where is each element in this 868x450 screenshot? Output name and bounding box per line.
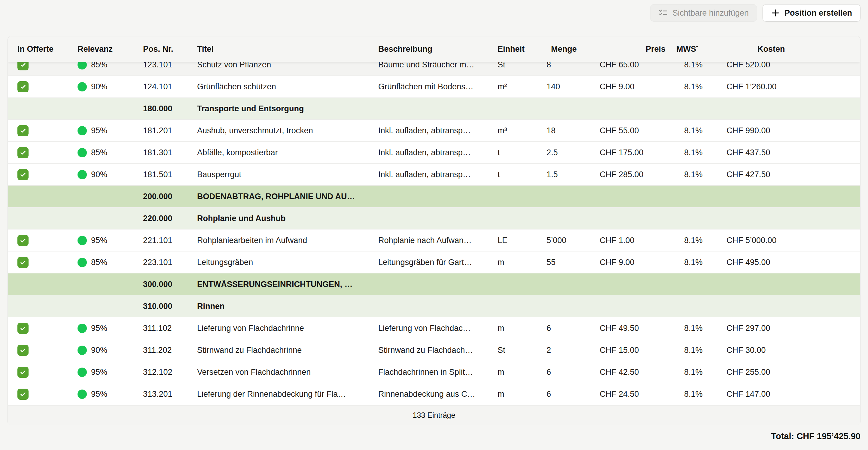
- cell-in-offerte: [18, 367, 78, 378]
- cell-einheit: m³: [498, 126, 547, 135]
- checkbox-checked[interactable]: [18, 169, 29, 180]
- create-position-button[interactable]: Position erstellen: [763, 4, 861, 22]
- section-row[interactable]: 200.000BODENABTRAG, ROHPLANIE UND AU…: [8, 186, 860, 207]
- cell-pos-nr: 181.501: [143, 170, 197, 179]
- cell-titel: Versetzen von Flachdachrinnen: [197, 368, 378, 377]
- cell-einheit: t: [498, 170, 547, 179]
- cell-titel: Transporte und Entsorgung: [197, 104, 850, 113]
- cell-menge: 55: [547, 258, 600, 267]
- cell-in-offerte: [18, 81, 78, 92]
- relevance-dot-icon: [78, 126, 87, 135]
- checkbox-checked[interactable]: [18, 323, 29, 334]
- checkbox-checked[interactable]: [18, 235, 29, 246]
- section-row[interactable]: 220.000Rohplanie und Aushub: [8, 207, 860, 229]
- table-row[interactable]: 85%223.101LeitungsgräbenLeitungsgräben f…: [8, 251, 860, 274]
- table-row[interactable]: 90%311.202Stirnwand zu FlachdachrinneSti…: [8, 339, 860, 361]
- cell-kosten: CHF 437.50: [721, 148, 850, 157]
- cell-beschreibung: Rinnenabdeckung aus C…: [378, 390, 498, 399]
- cell-mwst: 8.1%: [676, 324, 721, 333]
- cell-kosten: CHF 495.00: [721, 258, 850, 267]
- cell-menge: 1.5: [547, 170, 600, 179]
- table-row[interactable]: 95%221.101Rohplaniearbeiten im AufwandRo…: [8, 229, 860, 251]
- check-icon: [20, 83, 26, 90]
- app-root: { "toolbar": { "buttons": [ { "id": "add…: [0, 0, 868, 450]
- table-row[interactable]: 85%181.301Abfälle, kompostierbarInkl. au…: [8, 142, 860, 164]
- cell-titel: Grünflächen schützen: [197, 82, 378, 91]
- cell-pos-nr: 313.201: [143, 390, 197, 399]
- check-icon: [20, 127, 26, 134]
- check-icon: [20, 347, 26, 354]
- column-header-kosten: Kosten: [721, 45, 850, 54]
- cell-in-offerte: [18, 345, 78, 356]
- add-visible-button[interactable]: Sichtbare hinzufügen: [650, 4, 757, 22]
- cell-titel: ENTWÄSSERUNGSEINRICHTUNGEN, …: [197, 280, 850, 289]
- checkbox-checked[interactable]: [18, 147, 29, 158]
- column-header-menge: Menge: [547, 45, 600, 54]
- cell-preis: CHF 1.00: [600, 236, 676, 245]
- cell-pos-nr: 312.102: [143, 368, 197, 377]
- table-row[interactable]: 95%181.201Aushub, unverschmutzt, trocken…: [8, 120, 860, 142]
- cell-pos-nr: 181.201: [143, 126, 197, 135]
- cell-titel: Lieferung der Rinnenabdeckung für Fla…: [197, 390, 378, 399]
- cell-mwst: 8.1%: [676, 258, 721, 267]
- relevance-value: 85%: [91, 258, 107, 267]
- table-row[interactable]: 90%124.101Grünflächen schützenGrünfläche…: [8, 76, 860, 98]
- check-icon: [20, 369, 26, 376]
- cell-pos-nr: 220.000: [143, 214, 197, 223]
- checkbox-checked[interactable]: [18, 125, 29, 136]
- checkbox-checked[interactable]: [18, 389, 29, 400]
- table-body: 85%123.101Schutz von PflanzenBäume und S…: [8, 54, 860, 405]
- cell-pos-nr: 124.101: [143, 82, 197, 91]
- cell-titel: Lieferung von Flachdachrinne: [197, 324, 378, 333]
- cell-preis: CHF 42.50: [600, 368, 676, 377]
- cell-relevanz: 95%: [78, 324, 143, 333]
- relevance-value: 90%: [91, 82, 107, 91]
- cell-menge: 6: [547, 324, 600, 333]
- cell-in-offerte: [18, 257, 78, 268]
- table-row[interactable]: 95%312.102Versetzen von FlachdachrinnenF…: [8, 361, 860, 383]
- cell-relevanz: 95%: [78, 236, 143, 245]
- cell-einheit: m: [498, 324, 547, 333]
- cell-titel: Stirnwand zu Flachdachrinne: [197, 346, 378, 355]
- cell-beschreibung: Inkl. aufladen, abtransp…: [378, 170, 498, 179]
- cell-kosten: CHF 147.00: [721, 390, 850, 399]
- relevance-dot-icon: [78, 148, 87, 157]
- table-row[interactable]: 95%311.102Lieferung von FlachdachrinneLi…: [8, 317, 860, 339]
- cell-titel: Rohplanie und Aushub: [197, 214, 850, 223]
- relevance-dot-icon: [78, 236, 87, 245]
- relevance-value: 95%: [91, 390, 107, 399]
- cell-relevanz: 85%: [78, 148, 143, 157]
- cell-relevanz: 85%: [78, 258, 143, 267]
- check-icon: [20, 237, 26, 244]
- relevance-dot-icon: [78, 258, 87, 267]
- cell-beschreibung: Inkl. aufladen, abtransp…: [378, 126, 498, 135]
- cell-titel: Bausperrgut: [197, 170, 378, 179]
- cell-titel: BODENABTRAG, ROHPLANIE UND AU…: [197, 192, 850, 201]
- relevance-value: 90%: [91, 346, 107, 355]
- checkbox-checked[interactable]: [18, 345, 29, 356]
- checklist-icon: [659, 8, 668, 18]
- cell-mwst: 8.1%: [676, 346, 721, 355]
- cell-beschreibung: Lieferung von Flachdac…: [378, 324, 498, 333]
- cell-kosten: CHF 255.00: [721, 368, 850, 377]
- section-row[interactable]: 180.000Transporte und Entsorgung: [8, 98, 860, 120]
- cell-titel: Abfälle, kompostierbar: [197, 148, 378, 157]
- cell-mwst: 8.1%: [676, 82, 721, 91]
- cell-titel: Leitungsgräben: [197, 258, 378, 267]
- cell-preis: CHF 175.00: [600, 148, 676, 157]
- section-row[interactable]: 300.000ENTWÄSSERUNGSEINRICHTUNGEN, …: [8, 274, 860, 296]
- relevance-dot-icon: [78, 324, 87, 333]
- cell-titel: Aushub, unverschmutzt, trocken: [197, 126, 378, 135]
- cell-pos-nr: 311.102: [143, 324, 197, 333]
- cell-einheit: St: [498, 346, 547, 355]
- checkbox-checked[interactable]: [18, 257, 29, 268]
- cell-einheit: m²: [498, 82, 547, 91]
- checkbox-checked[interactable]: [18, 81, 29, 92]
- entries-count: 133 Einträge: [413, 411, 456, 420]
- checkbox-checked[interactable]: [18, 367, 29, 378]
- cell-in-offerte: [18, 147, 78, 158]
- table-row[interactable]: 95%313.201Lieferung der Rinnenabdeckung …: [8, 383, 860, 405]
- table-row[interactable]: 90%181.501BausperrgutInkl. aufladen, abt…: [8, 164, 860, 186]
- section-row[interactable]: 310.000Rinnen: [8, 296, 860, 317]
- cell-einheit: m: [498, 390, 547, 399]
